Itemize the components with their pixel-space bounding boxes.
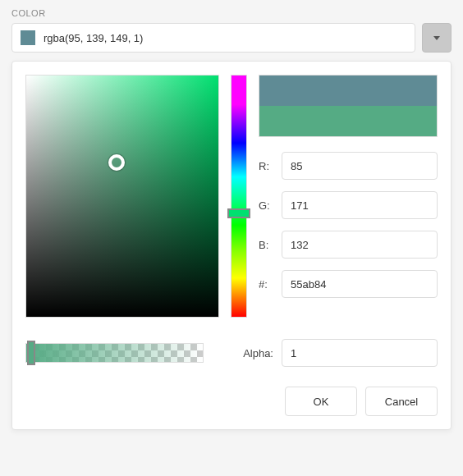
r-input[interactable] — [282, 152, 438, 180]
ok-button[interactable]: OK — [285, 387, 357, 416]
b-label: B: — [259, 239, 273, 251]
alpha-slider[interactable] — [25, 343, 204, 363]
hue-thumb[interactable] — [227, 208, 250, 218]
color-field-label: COLOR — [11, 8, 452, 18]
preview-new-color — [259, 106, 437, 136]
g-label: G: — [259, 199, 273, 212]
alpha-thumb[interactable] — [27, 341, 35, 365]
color-text-input[interactable]: rgba(95, 139, 149, 1) — [11, 23, 415, 53]
dropdown-button[interactable] — [422, 23, 452, 53]
color-text-value: rgba(95, 139, 149, 1) — [44, 32, 143, 44]
hue-slider[interactable] — [231, 75, 247, 318]
caret-down-icon — [433, 36, 440, 40]
cancel-button[interactable]: Cancel — [365, 387, 438, 416]
alpha-input[interactable] — [282, 339, 438, 367]
alpha-label: Alpha: — [243, 347, 273, 359]
hex-input[interactable] — [282, 270, 438, 298]
saturation-value-area[interactable] — [25, 75, 219, 318]
r-label: R: — [259, 160, 273, 172]
color-picker-panel: R: G: B: #: — [11, 61, 452, 430]
color-preview — [259, 75, 438, 137]
current-color-swatch — [21, 30, 35, 45]
b-input[interactable] — [282, 231, 438, 259]
preview-old-color — [259, 76, 437, 106]
hex-label: #: — [259, 278, 273, 291]
g-input[interactable] — [282, 191, 438, 219]
sv-cursor[interactable] — [108, 154, 125, 171]
